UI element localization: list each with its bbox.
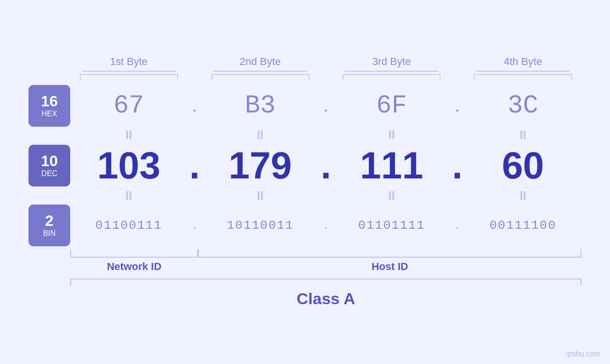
network-id-label: Network ID: [70, 261, 198, 273]
hex-byte-3: 6F: [333, 91, 450, 120]
equals-1-3: II: [333, 128, 450, 142]
bin-base-number: 2: [45, 213, 54, 228]
bin-base-label: BIN: [43, 229, 56, 238]
hex-dot-2: .: [319, 96, 333, 116]
dec-dot-2: .: [319, 144, 333, 187]
network-id-bracket: [70, 249, 198, 258]
bottom-brackets: [70, 249, 582, 258]
top-bracket-1: [80, 74, 178, 80]
equals-1-4: II: [464, 128, 582, 142]
top-bracket-cells: . . .: [70, 71, 582, 82]
host-id-label: Host ID: [198, 261, 582, 273]
top-bracket-3: [343, 74, 441, 80]
hex-dot-3: .: [450, 96, 464, 116]
dec-byte-3: 111: [333, 144, 450, 187]
byte-headers: 1st Byte . 2nd Byte . 3rd Byte . 4th Byt…: [70, 54, 582, 74]
byte-header-2: 2nd Byte: [202, 56, 319, 72]
equals-cells-2: II . II . II . II: [70, 186, 582, 206]
hex-dot-1: .: [188, 96, 202, 116]
watermark: ipshu.com: [566, 350, 601, 358]
top-bracket-2: [211, 74, 310, 80]
bin-dot-1: .: [188, 219, 202, 232]
id-labels-row: Network ID Host ID: [28, 259, 582, 275]
dec-badge: 10 DEC: [28, 145, 70, 187]
hex-byte-1: 67: [70, 91, 188, 120]
top-bracket-4: [474, 74, 572, 80]
equals-2-3: II: [333, 188, 450, 203]
dec-row: 10 DEC 103 . 179 . 111 . 60: [28, 144, 582, 187]
equals-row-1: II . II . II . II: [28, 127, 582, 144]
host-id-bracket: [198, 249, 582, 258]
equals-2-1: II: [70, 188, 188, 203]
bin-values: 01100111 . 10110011 . 01101111 . 0011110…: [70, 218, 582, 233]
hex-base-label: HEX: [42, 110, 57, 118]
byte-headers-row: 1st Byte . 2nd Byte . 3rd Byte . 4th Byt…: [28, 54, 582, 74]
hex-byte-2: B3: [202, 91, 319, 120]
hex-row: 16 HEX 67 . B3 . 6F . 3C: [28, 85, 582, 127]
equals-row-2: II . II . II . II: [28, 187, 582, 205]
dec-base-label: DEC: [41, 169, 57, 178]
class-bracket: [70, 279, 582, 286]
dec-byte-4: 60: [464, 144, 582, 187]
dec-byte-2: 179: [202, 144, 319, 187]
id-labels: Network ID Host ID: [70, 261, 582, 273]
class-bracket-row: [28, 278, 582, 287]
bin-byte-2: 10110011: [202, 218, 319, 233]
class-label: Class A: [70, 289, 582, 308]
hex-values: 67 . B3 . 6F . 3C: [70, 91, 582, 120]
bin-dot-2: .: [319, 219, 333, 232]
bin-dot-3: .: [450, 219, 464, 232]
equals-2-4: II: [464, 188, 582, 203]
hex-base-number: 16: [41, 93, 58, 109]
bin-byte-4: 00111100: [464, 218, 582, 233]
dec-values: 103 . 179 . 111 . 60: [70, 144, 582, 187]
dec-dot-3: .: [450, 144, 464, 187]
class-label-row: Class A: [28, 287, 582, 311]
dec-dot-1: .: [188, 144, 202, 187]
byte-header-1: 1st Byte: [70, 56, 188, 72]
bin-row: 2 BIN 01100111 . 10110011 . 01101111 . 0…: [28, 205, 582, 246]
byte-header-3: 3rd Byte: [333, 56, 450, 72]
hex-byte-4: 3C: [464, 91, 582, 120]
equals-2-2: II: [202, 188, 319, 203]
dec-byte-1: 103: [70, 144, 188, 187]
equals-1-2: II: [202, 128, 319, 142]
top-brackets: . . .: [28, 74, 582, 80]
equals-1-1: II: [70, 128, 188, 142]
hex-badge: 16 HEX: [28, 85, 70, 127]
bin-byte-1: 01100111: [70, 218, 188, 233]
byte-header-4: 4th Byte: [464, 56, 582, 72]
bottom-brackets-row: [28, 248, 582, 259]
bin-badge: 2 BIN: [28, 205, 70, 246]
dec-base-number: 10: [41, 153, 58, 168]
bin-byte-3: 01101111: [333, 218, 450, 233]
equals-cells-1: II . II . II . II: [70, 125, 582, 145]
main-container: 1st Byte . 2nd Byte . 3rd Byte . 4th Byt…: [0, 0, 610, 364]
